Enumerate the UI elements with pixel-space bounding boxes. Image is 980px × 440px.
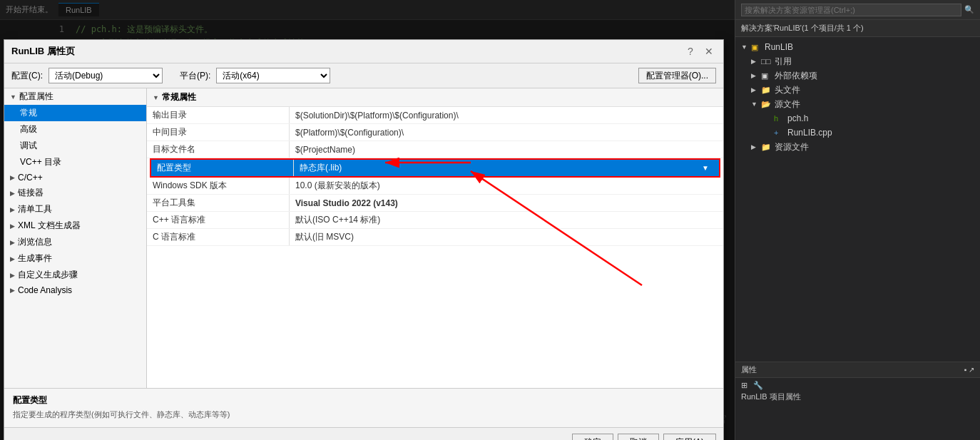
tree-item-pch[interactable]: h pch.h	[735, 111, 980, 126]
folder-resources-icon: 📁	[761, 143, 772, 152]
tree-item-runlib[interactable]: ▼ ▣ RunLIB	[735, 40, 980, 54]
sidebar-item-label-advanced: 高级	[20, 123, 37, 135]
tree-item-sources[interactable]: ▼ 📂 源文件	[735, 97, 980, 111]
props-row-icons: ⊞ 🔧	[741, 381, 974, 390]
sidebar-item-xml-doc[interactable]: ▶ XML 文档生成器	[4, 218, 146, 234]
sidebar-item-code-analysis[interactable]: ▶ Code Analysis	[4, 283, 146, 297]
sidebar-xmldoc-arrow: ▶	[10, 222, 15, 230]
prop-row-config-type: 配置类型 静态库(.lib) ▼	[150, 158, 720, 178]
prop-name-sdk-version: Windows SDK 版本	[147, 178, 290, 194]
sidebar-item-build-events[interactable]: ▶ 生成事件	[4, 250, 146, 267]
tree-arrow-sources: ▼	[751, 101, 761, 108]
sidebar-item-linker[interactable]: ▶ 链接器	[4, 185, 146, 201]
sidebar-manifest-arrow: ▶	[10, 206, 15, 213]
sidebar-custom-build-arrow: ▶	[10, 272, 15, 279]
prop-value-config-type[interactable]: 静态库(.lib) ▼	[294, 160, 719, 176]
props-grid-icon[interactable]: ⊞	[741, 381, 747, 390]
tree-container: ▼ ▣ RunLIB ▶ □□ 引用 ▶ ▣ 外部依赖项 ▶ 📁 头文件 ▼	[735, 37, 980, 157]
props-content: ⊞ 🔧 RunLIB 项目属性	[735, 378, 980, 406]
cpp-file-icon: +	[774, 128, 785, 137]
folder-sources-icon: 📂	[761, 100, 772, 109]
prop-row-intermediate-dir: 中间目录 $(Platform)\$(Configuration)\	[147, 124, 723, 141]
sidebar-item-debug[interactable]: 调试	[4, 138, 146, 154]
props-row-label: RunLIB 项目属性	[741, 392, 974, 402]
prop-value-platform-toolset: Visual Studio 2022 (v143)	[290, 196, 723, 210]
main-expand-arrow: ▼	[153, 94, 159, 101]
sidebar-item-label-build-events: 生成事件	[18, 252, 52, 265]
prop-row-platform-toolset: 平台工具集 Visual Studio 2022 (v143)	[147, 195, 723, 212]
header-file-icon: h	[774, 114, 785, 123]
sidebar-item-label-manifest: 清单工具	[18, 203, 52, 215]
prop-name-config-type: 配置类型	[151, 160, 294, 176]
solution-search-input[interactable]	[741, 4, 961, 16]
sidebar-section-label: 配置属性	[19, 91, 53, 103]
search-icon[interactable]: 🔍	[964, 5, 974, 14]
tree-expand-runlib: ▼	[741, 44, 751, 51]
sidebar-linker-arrow: ▶	[10, 190, 15, 197]
tree-arrow-external: ▶	[751, 72, 761, 79]
sidebar-browse-arrow: ▶	[10, 239, 15, 246]
dialog-description: 配置类型 指定要生成的程序类型(例如可执行文件、静态库、动态库等等)	[4, 388, 723, 427]
properties-dialog: RunLIB 属性页 ? ✕ 配置(C): 活动(Debug) 平台(P): 活…	[4, 39, 724, 440]
sidebar-item-label-debug: 调试	[20, 140, 37, 152]
sidebar-item-general[interactable]: 常规	[4, 105, 146, 121]
sidebar-item-custom-build[interactable]: ▶ 自定义生成步骤	[4, 267, 146, 283]
tree-label-sources: 源文件	[775, 98, 800, 111]
tree-label-pch: pch.h	[787, 113, 808, 123]
cancel-button[interactable]: 取消	[618, 434, 659, 440]
prop-row-c-standard: C 语言标准 默认(旧 MSVC)	[147, 229, 723, 246]
props-dock-icons[interactable]: ▪ ↗	[964, 366, 974, 374]
prop-value-target-name: $(ProjectName)	[290, 143, 723, 157]
prop-row-cpp-standard: C++ 语言标准 默认(ISO C++14 标准)	[147, 212, 723, 229]
config-select[interactable]: 活动(Debug)	[49, 68, 163, 83]
prop-name-target-name: 目标文件名	[147, 141, 290, 158]
prop-row-target-name: 目标文件名 $(ProjectName)	[147, 141, 723, 158]
sidebar-item-label-vc-dirs: VC++ 目录	[20, 156, 61, 168]
desc-title: 配置类型	[13, 394, 715, 406]
platform-label: 平台(P):	[180, 70, 210, 82]
props-title: 属性	[741, 364, 757, 375]
props-gear-icon[interactable]: 🔧	[753, 381, 763, 390]
sidebar-section-config[interactable]: ▼ 配置属性	[4, 88, 146, 105]
dialog-close-button[interactable]: ✕	[702, 44, 716, 58]
refs-icon: □□	[761, 57, 772, 66]
platform-select[interactable]: 活动(x64)	[216, 68, 330, 83]
tree-label-runlib: RunLIB	[765, 42, 793, 52]
sidebar-item-label-xml-doc: XML 文档生成器	[18, 220, 81, 232]
sidebar-item-manifest[interactable]: ▶ 清单工具	[4, 201, 146, 218]
sidebar-item-vc-dirs[interactable]: VC++ 目录	[4, 154, 146, 170]
prop-row-output-dir: 输出目录 $(SolutionDir)\$(Platform)\$(Config…	[147, 107, 723, 124]
prop-value-intermediate-dir: $(Platform)\$(Configuration)\	[290, 126, 723, 140]
config-manager-button[interactable]: 配置管理器(O)...	[638, 68, 716, 83]
folder-headers-icon: 📁	[761, 86, 772, 95]
tree-item-headers[interactable]: ▶ 📁 头文件	[735, 83, 980, 97]
sidebar-build-events-arrow: ▶	[10, 255, 15, 262]
sidebar-item-cpp[interactable]: ▶ C/C++	[4, 170, 146, 185]
tree-item-external[interactable]: ▶ ▣ 外部依赖项	[735, 68, 980, 83]
dialog-main-content: ▼ 常规属性 输出目录 $(SolutionDir)\$(Platform)\$…	[147, 88, 723, 388]
ok-button[interactable]: 确定	[572, 434, 613, 440]
config-type-value: 静态库(.lib)	[300, 162, 342, 174]
tree-label-resources: 资源文件	[775, 141, 809, 153]
tree-item-resources[interactable]: ▶ 📁 资源文件	[735, 140, 980, 154]
sidebar-item-label-general: 常规	[20, 107, 37, 119]
dialog-config-row: 配置(C): 活动(Debug) 平台(P): 活动(x64) 配置管理器(O)…	[4, 63, 723, 88]
sidebar-item-label-code-analysis: Code Analysis	[18, 285, 72, 295]
tree-item-refs[interactable]: ▶ □□ 引用	[735, 54, 980, 68]
prop-value-output-dir: $(SolutionDir)\$(Platform)\$(Configurati…	[290, 108, 723, 123]
dialog-sidebar: ▼ 配置属性 常规 高级 调试 VC++ 目录 ▶ C/C++ ▶ 链接器	[4, 88, 147, 388]
tree-label-runlib-cpp: RunLIB.cpp	[787, 128, 832, 138]
sidebar-cpp-arrow: ▶	[10, 174, 15, 181]
config-label: 配置(C):	[11, 70, 43, 82]
tree-item-runlib-cpp[interactable]: + RunLIB.cpp	[735, 126, 980, 140]
dialog-help-button[interactable]: ?	[683, 44, 698, 58]
sidebar-item-label-custom-build: 自定义生成步骤	[18, 269, 78, 281]
sidebar-item-advanced[interactable]: 高级	[4, 121, 146, 138]
props-panel-header: 属性 ▪ ↗	[735, 362, 980, 378]
prop-name-platform-toolset: 平台工具集	[147, 195, 290, 211]
apply-button[interactable]: 应用(A)	[663, 434, 716, 440]
config-type-dropdown-arrow: ▼	[702, 164, 713, 172]
project-icon: ▣	[751, 43, 762, 52]
sidebar-item-browse-info[interactable]: ▶ 浏览信息	[4, 234, 146, 250]
tree-arrow-resources: ▶	[751, 143, 761, 150]
